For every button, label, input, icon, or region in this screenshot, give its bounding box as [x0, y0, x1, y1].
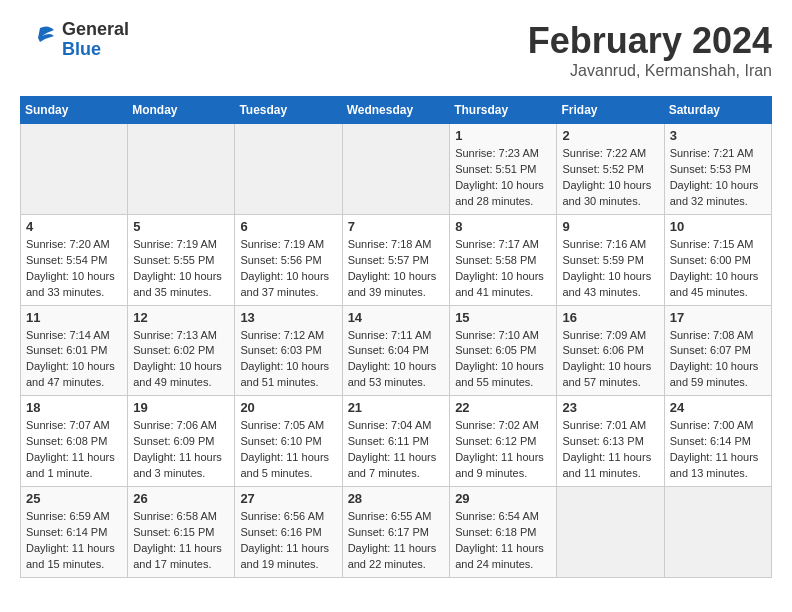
daylight-label: Daylight: 10 hours and 59 minutes.	[670, 360, 759, 388]
day-number: 10	[670, 219, 766, 234]
week-row-5: 25 Sunrise: 6:59 AM Sunset: 6:14 PM Dayl…	[21, 487, 772, 578]
sunrise-label: Sunrise: 7:11 AM	[348, 329, 432, 341]
table-cell	[21, 124, 128, 215]
day-info: Sunrise: 7:10 AM Sunset: 6:05 PM Dayligh…	[455, 328, 551, 392]
day-info: Sunrise: 7:02 AM Sunset: 6:12 PM Dayligh…	[455, 418, 551, 482]
table-cell: 7 Sunrise: 7:18 AM Sunset: 5:57 PM Dayli…	[342, 214, 450, 305]
col-sunday: Sunday	[21, 97, 128, 124]
day-info: Sunrise: 7:08 AM Sunset: 6:07 PM Dayligh…	[670, 328, 766, 392]
table-cell: 22 Sunrise: 7:02 AM Sunset: 6:12 PM Dayl…	[450, 396, 557, 487]
sunset-label: Sunset: 6:00 PM	[670, 254, 751, 266]
week-row-2: 4 Sunrise: 7:20 AM Sunset: 5:54 PM Dayli…	[21, 214, 772, 305]
sunset-label: Sunset: 6:12 PM	[455, 435, 536, 447]
day-number: 4	[26, 219, 122, 234]
logo: General Blue	[20, 20, 129, 60]
table-cell: 15 Sunrise: 7:10 AM Sunset: 6:05 PM Dayl…	[450, 305, 557, 396]
sunset-label: Sunset: 5:51 PM	[455, 163, 536, 175]
sunrise-label: Sunrise: 7:22 AM	[562, 147, 646, 159]
day-info: Sunrise: 7:16 AM Sunset: 5:59 PM Dayligh…	[562, 237, 658, 301]
daylight-label: Daylight: 10 hours and 33 minutes.	[26, 270, 115, 298]
day-number: 22	[455, 400, 551, 415]
logo-blue: Blue	[62, 40, 129, 60]
day-info: Sunrise: 7:23 AM Sunset: 5:51 PM Dayligh…	[455, 146, 551, 210]
daylight-label: Daylight: 10 hours and 39 minutes.	[348, 270, 437, 298]
sunset-label: Sunset: 6:13 PM	[562, 435, 643, 447]
sunrise-label: Sunrise: 6:54 AM	[455, 510, 539, 522]
daylight-label: Daylight: 10 hours and 47 minutes.	[26, 360, 115, 388]
sunset-label: Sunset: 6:14 PM	[670, 435, 751, 447]
sunrise-label: Sunrise: 7:16 AM	[562, 238, 646, 250]
table-cell	[235, 124, 342, 215]
table-cell: 6 Sunrise: 7:19 AM Sunset: 5:56 PM Dayli…	[235, 214, 342, 305]
daylight-label: Daylight: 11 hours and 7 minutes.	[348, 451, 437, 479]
sunset-label: Sunset: 5:52 PM	[562, 163, 643, 175]
table-cell	[664, 487, 771, 578]
sunset-label: Sunset: 5:56 PM	[240, 254, 321, 266]
daylight-label: Daylight: 11 hours and 15 minutes.	[26, 542, 115, 570]
table-cell: 4 Sunrise: 7:20 AM Sunset: 5:54 PM Dayli…	[21, 214, 128, 305]
week-row-3: 11 Sunrise: 7:14 AM Sunset: 6:01 PM Dayl…	[21, 305, 772, 396]
sunrise-label: Sunrise: 6:58 AM	[133, 510, 217, 522]
sunset-label: Sunset: 6:14 PM	[26, 526, 107, 538]
sunrise-label: Sunrise: 7:00 AM	[670, 419, 754, 431]
daylight-label: Daylight: 10 hours and 41 minutes.	[455, 270, 544, 298]
day-info: Sunrise: 7:05 AM Sunset: 6:10 PM Dayligh…	[240, 418, 336, 482]
day-number: 12	[133, 310, 229, 325]
location: Javanrud, Kermanshah, Iran	[528, 62, 772, 80]
day-info: Sunrise: 7:00 AM Sunset: 6:14 PM Dayligh…	[670, 418, 766, 482]
table-cell: 29 Sunrise: 6:54 AM Sunset: 6:18 PM Dayl…	[450, 487, 557, 578]
page-header: General Blue February 2024 Javanrud, Ker…	[20, 20, 772, 80]
day-info: Sunrise: 7:13 AM Sunset: 6:02 PM Dayligh…	[133, 328, 229, 392]
day-info: Sunrise: 7:19 AM Sunset: 5:56 PM Dayligh…	[240, 237, 336, 301]
day-number: 5	[133, 219, 229, 234]
calendar-header-row: Sunday Monday Tuesday Wednesday Thursday…	[21, 97, 772, 124]
sunrise-label: Sunrise: 7:04 AM	[348, 419, 432, 431]
day-info: Sunrise: 7:06 AM Sunset: 6:09 PM Dayligh…	[133, 418, 229, 482]
col-saturday: Saturday	[664, 97, 771, 124]
sunset-label: Sunset: 5:53 PM	[670, 163, 751, 175]
daylight-label: Daylight: 10 hours and 30 minutes.	[562, 179, 651, 207]
table-cell: 28 Sunrise: 6:55 AM Sunset: 6:17 PM Dayl…	[342, 487, 450, 578]
sunrise-label: Sunrise: 7:21 AM	[670, 147, 754, 159]
daylight-label: Daylight: 11 hours and 1 minute.	[26, 451, 115, 479]
week-row-4: 18 Sunrise: 7:07 AM Sunset: 6:08 PM Dayl…	[21, 396, 772, 487]
daylight-label: Daylight: 11 hours and 9 minutes.	[455, 451, 544, 479]
month-title: February 2024	[528, 20, 772, 62]
day-number: 8	[455, 219, 551, 234]
daylight-label: Daylight: 11 hours and 13 minutes.	[670, 451, 759, 479]
day-number: 7	[348, 219, 445, 234]
daylight-label: Daylight: 11 hours and 3 minutes.	[133, 451, 222, 479]
sunset-label: Sunset: 6:11 PM	[348, 435, 429, 447]
sunrise-label: Sunrise: 7:10 AM	[455, 329, 539, 341]
table-cell	[342, 124, 450, 215]
daylight-label: Daylight: 10 hours and 57 minutes.	[562, 360, 651, 388]
sunrise-label: Sunrise: 7:13 AM	[133, 329, 217, 341]
sunrise-label: Sunrise: 7:19 AM	[240, 238, 324, 250]
sunrise-label: Sunrise: 7:02 AM	[455, 419, 539, 431]
sunrise-label: Sunrise: 7:12 AM	[240, 329, 324, 341]
sunset-label: Sunset: 5:59 PM	[562, 254, 643, 266]
day-number: 17	[670, 310, 766, 325]
table-cell: 14 Sunrise: 7:11 AM Sunset: 6:04 PM Dayl…	[342, 305, 450, 396]
daylight-label: Daylight: 11 hours and 5 minutes.	[240, 451, 329, 479]
day-number: 3	[670, 128, 766, 143]
sunset-label: Sunset: 6:05 PM	[455, 344, 536, 356]
table-cell: 20 Sunrise: 7:05 AM Sunset: 6:10 PM Dayl…	[235, 396, 342, 487]
calendar-body: 1 Sunrise: 7:23 AM Sunset: 5:51 PM Dayli…	[21, 124, 772, 578]
sunset-label: Sunset: 6:10 PM	[240, 435, 321, 447]
table-cell: 2 Sunrise: 7:22 AM Sunset: 5:52 PM Dayli…	[557, 124, 664, 215]
day-number: 13	[240, 310, 336, 325]
table-cell: 11 Sunrise: 7:14 AM Sunset: 6:01 PM Dayl…	[21, 305, 128, 396]
day-info: Sunrise: 7:12 AM Sunset: 6:03 PM Dayligh…	[240, 328, 336, 392]
sunrise-label: Sunrise: 7:18 AM	[348, 238, 432, 250]
day-number: 21	[348, 400, 445, 415]
sunrise-label: Sunrise: 7:23 AM	[455, 147, 539, 159]
sunrise-label: Sunrise: 6:59 AM	[26, 510, 110, 522]
day-info: Sunrise: 6:58 AM Sunset: 6:15 PM Dayligh…	[133, 509, 229, 573]
day-number: 19	[133, 400, 229, 415]
daylight-label: Daylight: 10 hours and 49 minutes.	[133, 360, 222, 388]
day-info: Sunrise: 7:11 AM Sunset: 6:04 PM Dayligh…	[348, 328, 445, 392]
sunrise-label: Sunrise: 7:20 AM	[26, 238, 110, 250]
daylight-label: Daylight: 10 hours and 28 minutes.	[455, 179, 544, 207]
day-info: Sunrise: 7:01 AM Sunset: 6:13 PM Dayligh…	[562, 418, 658, 482]
